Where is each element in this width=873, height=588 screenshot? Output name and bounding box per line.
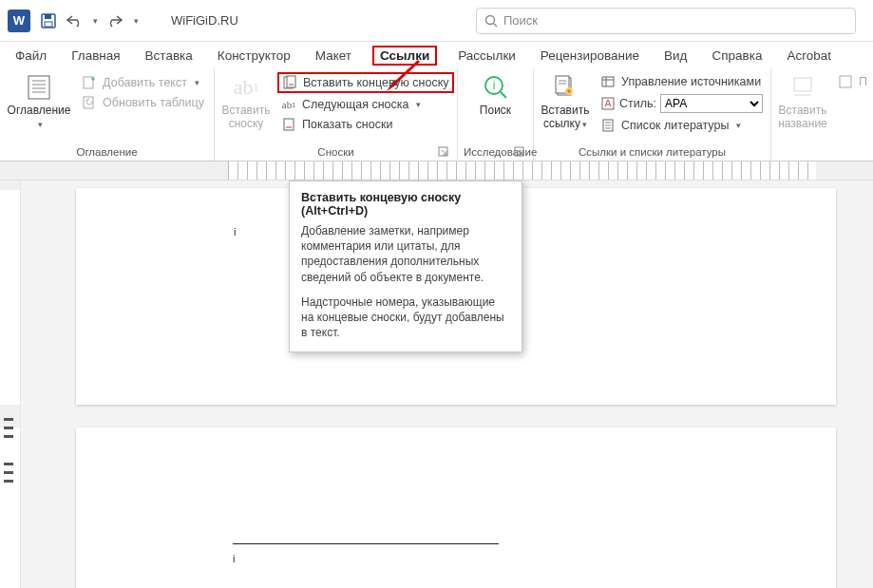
tooltip-insert-endnote: Вставить концевую сноску (Alt+Ctrl+D) До… bbox=[289, 180, 522, 352]
tab-references[interactable]: Ссылки bbox=[372, 46, 437, 66]
show-notes-label: Показать сноски bbox=[302, 118, 392, 131]
list-icon bbox=[838, 74, 853, 89]
dialog-launcher-icon[interactable] bbox=[438, 146, 449, 158]
svg-rect-43 bbox=[840, 76, 851, 87]
undo-dropdown-icon[interactable]: ▾ bbox=[93, 16, 98, 26]
svg-rect-2 bbox=[45, 22, 52, 27]
svg-text:i: i bbox=[492, 79, 495, 92]
manage-sources-icon bbox=[600, 74, 616, 89]
group-label-citations: Ссылки и списки литературы bbox=[540, 144, 765, 161]
insert-endnote-icon bbox=[282, 75, 297, 90]
next-footnote-icon: ab1 bbox=[281, 97, 296, 112]
qat-customize-icon[interactable]: ▾ bbox=[134, 16, 139, 26]
style-label: Стиль: bbox=[619, 97, 656, 110]
group-label-toc: Оглавление bbox=[6, 144, 208, 161]
smart-lookup-label: Поиск bbox=[480, 104, 511, 118]
citation-style-select[interactable]: APA bbox=[660, 94, 763, 113]
chevron-down-icon: ▾ bbox=[582, 120, 587, 129]
tab-acrobat[interactable]: Acrobat bbox=[783, 47, 835, 65]
show-notes-button[interactable]: Показать сноски bbox=[277, 116, 454, 133]
tab-design[interactable]: Конструктор bbox=[214, 47, 294, 65]
tab-mailings[interactable]: Рассылки bbox=[454, 47, 520, 65]
insert-footnote-icon: ab1 bbox=[231, 72, 261, 103]
horizontal-ruler[interactable] bbox=[0, 161, 873, 180]
dialog-launcher-icon[interactable] bbox=[514, 146, 525, 158]
insert-caption-label: Вставить название bbox=[778, 104, 827, 131]
update-toc-label: Обновить таблицу bbox=[103, 96, 204, 109]
chevron-down-icon: ▾ bbox=[736, 121, 741, 130]
search-placeholder: Поиск bbox=[503, 13, 538, 28]
endnote-reference-mark[interactable]: i bbox=[234, 226, 236, 237]
group-label-captions bbox=[777, 144, 861, 161]
undo-icon[interactable] bbox=[65, 13, 84, 28]
bibliography-label: Список литературы bbox=[621, 119, 729, 132]
insert-endnote-button[interactable]: Вставить концевую сноску bbox=[277, 72, 454, 93]
endnote-text-mark[interactable]: i bbox=[233, 553, 235, 564]
show-notes-icon bbox=[281, 117, 296, 132]
tooltip-paragraph-2: Надстрочные номера, указывающие на конце… bbox=[301, 294, 510, 341]
tab-insert[interactable]: Вставка bbox=[142, 47, 197, 65]
redo-icon[interactable] bbox=[105, 13, 124, 28]
insert-footnote-button[interactable]: ab1 Вставить сноску bbox=[220, 70, 272, 133]
svg-rect-1 bbox=[45, 14, 51, 19]
captions-extra-label: П bbox=[859, 75, 867, 88]
manage-sources-label: Управление источниками bbox=[621, 75, 761, 88]
next-footnote-button[interactable]: ab1 Следующая сноска ▾ bbox=[277, 96, 454, 113]
style-icon bbox=[600, 96, 616, 111]
insert-caption-button[interactable]: Вставить название bbox=[777, 70, 828, 133]
ribbon-tabs: Файл Главная Вставка Конструктор Макет С… bbox=[0, 42, 873, 68]
toc-button[interactable]: Оглавление▾ bbox=[6, 70, 72, 133]
tab-review[interactable]: Рецензирование bbox=[537, 47, 643, 65]
add-text-label: Добавить текст bbox=[103, 76, 187, 89]
svg-line-23 bbox=[501, 92, 506, 98]
toc-icon bbox=[24, 72, 54, 103]
next-footnote-label: Следующая сноска bbox=[302, 98, 408, 111]
tab-file[interactable]: Файл bbox=[11, 47, 50, 65]
smart-lookup-button[interactable]: i Поиск bbox=[470, 70, 522, 120]
insert-footnote-label: Вставить сноску bbox=[222, 104, 271, 131]
tab-help[interactable]: Справка bbox=[709, 47, 767, 65]
svg-rect-19 bbox=[284, 119, 294, 130]
search-icon bbox=[484, 14, 498, 28]
captions-extra-button[interactable]: П bbox=[834, 73, 871, 90]
svg-rect-7 bbox=[28, 76, 49, 99]
toc-label: Оглавление bbox=[8, 104, 71, 117]
search-info-icon: i bbox=[481, 72, 511, 103]
tab-home[interactable]: Главная bbox=[67, 47, 123, 65]
chevron-down-icon: ▾ bbox=[195, 78, 199, 87]
page-break-indicator bbox=[4, 418, 13, 483]
add-text-icon bbox=[82, 75, 97, 90]
add-text-button[interactable]: Добавить текст ▾ bbox=[78, 74, 208, 91]
citation-style-row: Стиль: APA bbox=[597, 93, 767, 114]
caption-icon bbox=[788, 72, 818, 103]
insert-citation-button[interactable]: Вставить ссылку▾ bbox=[540, 70, 591, 133]
tooltip-title: Вставить концевую сноску (Alt+Ctrl+D) bbox=[301, 191, 510, 218]
ribbon: Оглавление▾ Добавить текст ▾ Обновить та… bbox=[0, 68, 873, 161]
svg-point-3 bbox=[486, 15, 495, 24]
tooltip-paragraph-1: Добавление заметки, например комментария… bbox=[301, 223, 510, 285]
save-icon[interactable] bbox=[40, 12, 57, 29]
vertical-ruler[interactable] bbox=[0, 180, 21, 588]
update-toc-button[interactable]: Обновить таблицу bbox=[78, 94, 208, 111]
bibliography-button[interactable]: Список литературы ▾ bbox=[597, 117, 767, 134]
search-input[interactable]: Поиск bbox=[476, 8, 856, 34]
insert-citation-icon bbox=[550, 72, 580, 103]
chevron-down-icon: ▾ bbox=[416, 100, 421, 109]
svg-rect-41 bbox=[794, 78, 811, 91]
svg-rect-17 bbox=[287, 76, 295, 87]
chevron-down-icon: ▾ bbox=[38, 120, 43, 129]
svg-rect-33 bbox=[602, 77, 614, 86]
document-title: WiFiGiD.RU bbox=[171, 13, 238, 28]
svg-line-4 bbox=[494, 23, 498, 27]
bibliography-icon bbox=[600, 118, 616, 133]
page-2[interactable]: i bbox=[76, 427, 836, 588]
group-label-research: Исследование bbox=[464, 146, 537, 158]
group-label-footnotes: Сноски bbox=[317, 146, 353, 158]
word-app-icon: W bbox=[8, 9, 30, 32]
tab-view[interactable]: Вид bbox=[660, 47, 691, 65]
endnote-separator bbox=[233, 543, 499, 544]
manage-sources-button[interactable]: Управление источниками bbox=[597, 73, 767, 90]
update-icon bbox=[82, 95, 97, 110]
tab-layout[interactable]: Макет bbox=[312, 47, 355, 65]
insert-endnote-label: Вставить концевую сноску bbox=[303, 76, 449, 89]
